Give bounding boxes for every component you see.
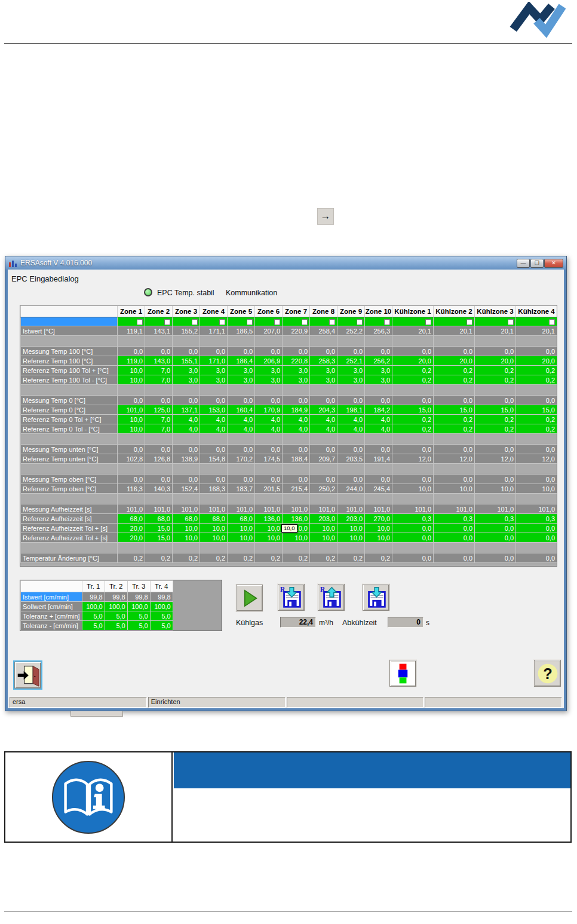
value-cell[interactable]: 10,0: [310, 533, 337, 543]
value-cell[interactable]: 3,0: [173, 366, 200, 375]
zone-enable-cell[interactable]: [365, 317, 392, 326]
value-cell[interactable]: 3,0: [337, 375, 365, 385]
value-cell[interactable]: 252,1: [337, 356, 365, 366]
value-cell[interactable]: 0,0: [516, 524, 557, 533]
zone-enable-cell[interactable]: [337, 317, 365, 326]
value-cell[interactable]: 0,0: [516, 533, 557, 543]
value-cell[interactable]: 10,0: [310, 524, 337, 533]
value-cell[interactable]: 160,4: [228, 405, 255, 415]
value-cell[interactable]: 171,0: [200, 356, 228, 366]
value-cell[interactable]: 5,0: [150, 621, 173, 631]
zone-enable-cell[interactable]: [200, 317, 228, 326]
value-cell[interactable]: 136,0: [255, 514, 283, 524]
value-cell[interactable]: 4,0: [310, 415, 337, 424]
value-cell[interactable]: 0,2: [475, 424, 516, 434]
zone-enable-cell[interactable]: [516, 317, 557, 326]
value-cell[interactable]: 100,0: [150, 602, 173, 611]
value-cell[interactable]: 155,1: [173, 356, 200, 366]
value-cell[interactable]: 4,0: [255, 424, 283, 434]
zone-enable-checkbox[interactable]: [219, 319, 225, 325]
value-cell[interactable]: 0,2: [392, 424, 434, 434]
value-cell[interactable]: 0,0: [434, 533, 475, 543]
zone-enable-checkbox[interactable]: [302, 319, 308, 325]
value-cell[interactable]: 4,0: [365, 415, 392, 424]
value-cell[interactable]: 4,0: [337, 424, 365, 434]
zone-enable-checkbox[interactable]: [137, 319, 143, 325]
value-cell[interactable]: 136,0: [283, 514, 310, 524]
value-cell[interactable]: 15,0: [516, 405, 557, 415]
value-cell[interactable]: 0,2: [434, 424, 475, 434]
value-cell[interactable]: 10,0: [365, 524, 392, 533]
value-cell[interactable]: 4,0: [173, 415, 200, 424]
value-cell[interactable]: 68,0: [173, 514, 200, 524]
value-cell[interactable]: 4,0: [337, 415, 365, 424]
value-cell[interactable]: 10,0: [173, 524, 200, 533]
value-cell[interactable]: 0,2: [475, 415, 516, 424]
save-reference-button[interactable]: R: [278, 584, 305, 611]
value-cell[interactable]: 5,0: [82, 611, 105, 621]
value-cell[interactable]: 0,0: [392, 524, 434, 533]
value-cell[interactable]: 4,0: [365, 424, 392, 434]
value-cell[interactable]: 3,0: [365, 366, 392, 375]
value-cell[interactable]: 5,0: [105, 611, 127, 621]
value-cell[interactable]: 15,0: [392, 405, 434, 415]
colors-button[interactable]: [389, 660, 416, 687]
value-cell[interactable]: 15,0: [145, 533, 173, 543]
value-cell[interactable]: 256,2: [365, 356, 392, 366]
zone-enable-checkbox[interactable]: [357, 319, 363, 325]
value-cell[interactable]: 20,0: [118, 533, 145, 543]
value-cell[interactable]: 7,0: [145, 424, 173, 434]
zone-enable-cell[interactable]: [310, 317, 337, 326]
value-cell[interactable]: 0,2: [475, 375, 516, 385]
value-cell[interactable]: 186,4: [228, 356, 255, 366]
value-cell[interactable]: 4,0: [255, 415, 283, 424]
value-cell[interactable]: 0,0: [434, 524, 475, 533]
zone-enable-cell[interactable]: [392, 317, 434, 326]
value-cell[interactable]: 3,0: [255, 375, 283, 385]
value-cell[interactable]: 20,0: [118, 524, 145, 533]
value-cell[interactable]: 10,0: [255, 533, 283, 543]
value-cell[interactable]: 204,3: [310, 405, 337, 415]
zone-enable-cell[interactable]: [475, 317, 516, 326]
value-cell[interactable]: 184,2: [365, 405, 392, 415]
zone-enable-checkbox[interactable]: [274, 319, 280, 325]
value-cell[interactable]: 153,0: [200, 405, 228, 415]
value-cell[interactable]: 68,0: [145, 514, 173, 524]
value-cell[interactable]: 3,0: [228, 375, 255, 385]
value-cell[interactable]: 20,0: [475, 356, 516, 366]
value-cell[interactable]: 220,8: [283, 356, 310, 366]
value-cell[interactable]: 3,0: [337, 366, 365, 375]
value-cell[interactable]: 3,0: [283, 375, 310, 385]
value-cell[interactable]: 4,0: [310, 424, 337, 434]
zone-enable-cell[interactable]: [283, 317, 310, 326]
value-cell[interactable]: 7,0: [145, 366, 173, 375]
zone-enable-checkbox[interactable]: [466, 319, 472, 325]
exit-button[interactable]: [14, 662, 41, 689]
value-cell[interactable]: 0,0: [475, 533, 516, 543]
value-cell[interactable]: 270,0: [365, 514, 392, 524]
value-cell[interactable]: 198,1: [337, 405, 365, 415]
value-cell[interactable]: 10,0: [337, 524, 365, 533]
value-cell[interactable]: 68,0: [118, 514, 145, 524]
value-cell[interactable]: 0,2: [516, 375, 557, 385]
value-cell[interactable]: 3,0: [200, 375, 228, 385]
value-cell[interactable]: 3,0: [310, 375, 337, 385]
value-cell[interactable]: 10,0: [337, 533, 365, 543]
zone-enable-cell[interactable]: [173, 317, 200, 326]
help-button[interactable]: ?: [534, 660, 561, 687]
value-cell[interactable]: 10,0: [118, 375, 145, 385]
load-reference-button[interactable]: R: [318, 584, 345, 611]
titlebar[interactable]: ERSAsoft V 4.016.000 — ❐ ✕: [5, 256, 566, 270]
value-cell[interactable]: 15,0: [434, 405, 475, 415]
value-cell[interactable]: 68,0: [228, 514, 255, 524]
value-cell[interactable]: 0,2: [475, 366, 516, 375]
value-cell[interactable]: 3,0: [200, 366, 228, 375]
value-cell[interactable]: 137,1: [173, 405, 200, 415]
value-cell[interactable]: 4,0: [200, 424, 228, 434]
maximize-button[interactable]: ❐: [530, 259, 544, 268]
value-cell[interactable]: 0,2: [516, 366, 557, 375]
value-cell[interactable]: 0,2: [434, 366, 475, 375]
zone-enable-checkbox[interactable]: [425, 319, 431, 325]
minimize-button[interactable]: —: [517, 259, 530, 268]
value-cell[interactable]: 10,0: [118, 415, 145, 424]
